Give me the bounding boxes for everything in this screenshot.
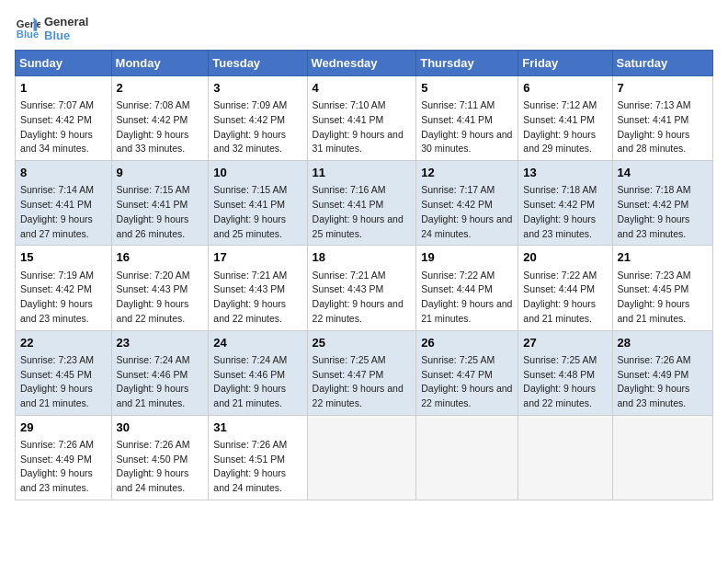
day-number: 27 xyxy=(523,335,607,351)
day-info: Sunrise: 7:24 AMSunset: 4:46 PMDaylight:… xyxy=(213,354,287,408)
calendar-cell: 28 Sunrise: 7:26 AMSunset: 4:49 PMDaylig… xyxy=(612,330,712,415)
calendar-cell: 14 Sunrise: 7:18 AMSunset: 4:42 PMDaylig… xyxy=(612,161,712,246)
calendar-cell: 19 Sunrise: 7:22 AMSunset: 4:44 PMDaylig… xyxy=(416,246,518,330)
day-header-saturday: Saturday xyxy=(612,51,712,76)
day-number: 24 xyxy=(213,335,301,351)
day-number: 9 xyxy=(117,165,204,181)
day-number: 4 xyxy=(313,80,412,97)
day-number: 10 xyxy=(213,165,301,181)
day-number: 6 xyxy=(523,80,607,97)
day-info: Sunrise: 7:22 AMSunset: 4:44 PMDaylight:… xyxy=(421,270,512,324)
calendar-cell: 8 Sunrise: 7:14 AMSunset: 4:41 PMDayligh… xyxy=(16,161,112,246)
calendar-cell: 11 Sunrise: 7:16 AMSunset: 4:41 PMDaylig… xyxy=(307,161,416,246)
day-number: 2 xyxy=(117,80,204,97)
calendar-cell xyxy=(307,415,416,500)
calendar-cell: 23 Sunrise: 7:24 AMSunset: 4:46 PMDaylig… xyxy=(111,330,209,415)
calendar-cell: 22 Sunrise: 7:23 AMSunset: 4:45 PMDaylig… xyxy=(16,330,112,415)
day-number: 11 xyxy=(313,165,412,181)
calendar-cell: 10 Sunrise: 7:15 AMSunset: 4:41 PMDaylig… xyxy=(209,161,307,246)
day-number: 26 xyxy=(421,335,513,351)
calendar-cell: 4 Sunrise: 7:10 AMSunset: 4:41 PMDayligh… xyxy=(307,76,416,161)
day-info: Sunrise: 7:25 AMSunset: 4:47 PMDaylight:… xyxy=(313,354,404,408)
calendar-cell: 18 Sunrise: 7:21 AMSunset: 4:43 PMDaylig… xyxy=(307,246,416,330)
day-number: 20 xyxy=(523,249,607,266)
logo: General Blue General Blue xyxy=(15,15,88,42)
day-number: 18 xyxy=(313,249,412,266)
day-info: Sunrise: 7:23 AMSunset: 4:45 PMDaylight:… xyxy=(618,270,691,324)
header: General Blue General Blue xyxy=(15,15,713,42)
day-header-row: SundayMondayTuesdayWednesdayThursdayFrid… xyxy=(16,51,713,76)
day-info: Sunrise: 7:20 AMSunset: 4:43 PMDaylight:… xyxy=(117,270,190,324)
calendar-week-row: 15 Sunrise: 7:19 AMSunset: 4:42 PMDaylig… xyxy=(16,246,713,330)
day-header-thursday: Thursday xyxy=(416,51,518,76)
day-info: Sunrise: 7:26 AMSunset: 4:50 PMDaylight:… xyxy=(117,439,190,493)
day-info: Sunrise: 7:21 AMSunset: 4:43 PMDaylight:… xyxy=(213,270,287,324)
day-number: 14 xyxy=(618,165,708,181)
day-info: Sunrise: 7:08 AMSunset: 4:42 PMDaylight:… xyxy=(117,99,190,154)
day-info: Sunrise: 7:25 AMSunset: 4:48 PMDaylight:… xyxy=(523,354,597,408)
day-info: Sunrise: 7:11 AMSunset: 4:41 PMDaylight:… xyxy=(421,99,512,154)
calendar-cell: 7 Sunrise: 7:13 AMSunset: 4:41 PMDayligh… xyxy=(612,76,712,161)
calendar-cell: 1 Sunrise: 7:07 AMSunset: 4:42 PMDayligh… xyxy=(16,76,112,161)
calendar-cell: 6 Sunrise: 7:12 AMSunset: 4:41 PMDayligh… xyxy=(518,76,612,161)
day-info: Sunrise: 7:21 AMSunset: 4:43 PMDaylight:… xyxy=(313,270,404,324)
day-info: Sunrise: 7:16 AMSunset: 4:41 PMDaylight:… xyxy=(313,184,404,238)
calendar-week-row: 1 Sunrise: 7:07 AMSunset: 4:42 PMDayligh… xyxy=(16,76,713,161)
day-number: 5 xyxy=(421,80,513,97)
calendar-cell: 2 Sunrise: 7:08 AMSunset: 4:42 PMDayligh… xyxy=(111,76,209,161)
day-header-monday: Monday xyxy=(111,51,209,76)
day-number: 29 xyxy=(20,419,107,436)
day-info: Sunrise: 7:26 AMSunset: 4:49 PMDaylight:… xyxy=(618,354,691,408)
calendar-cell xyxy=(416,415,518,500)
day-number: 15 xyxy=(20,249,107,266)
calendar-cell: 29 Sunrise: 7:26 AMSunset: 4:49 PMDaylig… xyxy=(16,415,112,500)
calendar-cell: 16 Sunrise: 7:20 AMSunset: 4:43 PMDaylig… xyxy=(111,246,209,330)
day-info: Sunrise: 7:23 AMSunset: 4:45 PMDaylight:… xyxy=(20,354,94,408)
day-number: 22 xyxy=(20,335,107,351)
calendar-cell: 13 Sunrise: 7:18 AMSunset: 4:42 PMDaylig… xyxy=(518,161,612,246)
day-number: 16 xyxy=(117,249,204,266)
day-info: Sunrise: 7:22 AMSunset: 4:44 PMDaylight:… xyxy=(523,270,597,324)
day-number: 13 xyxy=(523,165,607,181)
logo-line1: General xyxy=(44,15,88,29)
calendar-cell: 21 Sunrise: 7:23 AMSunset: 4:45 PMDaylig… xyxy=(612,246,712,330)
day-number: 1 xyxy=(20,80,107,97)
day-info: Sunrise: 7:07 AMSunset: 4:42 PMDaylight:… xyxy=(20,99,94,154)
day-header-wednesday: Wednesday xyxy=(307,51,416,76)
calendar-cell: 26 Sunrise: 7:25 AMSunset: 4:47 PMDaylig… xyxy=(416,330,518,415)
day-info: Sunrise: 7:25 AMSunset: 4:47 PMDaylight:… xyxy=(421,354,512,408)
calendar-cell: 15 Sunrise: 7:19 AMSunset: 4:42 PMDaylig… xyxy=(16,246,112,330)
calendar-cell xyxy=(518,415,612,500)
calendar-cell: 24 Sunrise: 7:24 AMSunset: 4:46 PMDaylig… xyxy=(209,330,307,415)
day-number: 25 xyxy=(313,335,412,351)
calendar-week-row: 29 Sunrise: 7:26 AMSunset: 4:49 PMDaylig… xyxy=(16,415,713,500)
logo-icon: General Blue xyxy=(15,16,40,41)
calendar-cell: 12 Sunrise: 7:17 AMSunset: 4:42 PMDaylig… xyxy=(416,161,518,246)
day-info: Sunrise: 7:15 AMSunset: 4:41 PMDaylight:… xyxy=(117,184,190,238)
day-info: Sunrise: 7:18 AMSunset: 4:42 PMDaylight:… xyxy=(523,184,597,238)
logo-line2: Blue xyxy=(44,29,88,42)
day-info: Sunrise: 7:19 AMSunset: 4:42 PMDaylight:… xyxy=(20,270,94,324)
day-number: 21 xyxy=(618,249,708,266)
day-info: Sunrise: 7:18 AMSunset: 4:42 PMDaylight:… xyxy=(618,184,691,238)
day-info: Sunrise: 7:12 AMSunset: 4:41 PMDaylight:… xyxy=(523,99,597,154)
day-info: Sunrise: 7:15 AMSunset: 4:41 PMDaylight:… xyxy=(213,184,287,238)
calendar-cell: 27 Sunrise: 7:25 AMSunset: 4:48 PMDaylig… xyxy=(518,330,612,415)
day-header-tuesday: Tuesday xyxy=(209,51,307,76)
day-header-sunday: Sunday xyxy=(16,51,112,76)
day-info: Sunrise: 7:24 AMSunset: 4:46 PMDaylight:… xyxy=(117,354,190,408)
day-number: 17 xyxy=(213,249,301,266)
calendar-cell: 25 Sunrise: 7:25 AMSunset: 4:47 PMDaylig… xyxy=(307,330,416,415)
calendar-cell: 3 Sunrise: 7:09 AMSunset: 4:42 PMDayligh… xyxy=(209,76,307,161)
day-info: Sunrise: 7:13 AMSunset: 4:41 PMDaylight:… xyxy=(618,99,691,154)
day-number: 23 xyxy=(117,335,204,351)
day-info: Sunrise: 7:14 AMSunset: 4:41 PMDaylight:… xyxy=(20,184,94,238)
calendar-week-row: 8 Sunrise: 7:14 AMSunset: 4:41 PMDayligh… xyxy=(16,161,713,246)
calendar-table: SundayMondayTuesdayWednesdayThursdayFrid… xyxy=(15,50,713,500)
calendar-cell: 20 Sunrise: 7:22 AMSunset: 4:44 PMDaylig… xyxy=(518,246,612,330)
calendar-week-row: 22 Sunrise: 7:23 AMSunset: 4:45 PMDaylig… xyxy=(16,330,713,415)
day-number: 8 xyxy=(20,165,107,181)
day-number: 28 xyxy=(618,335,708,351)
day-number: 31 xyxy=(213,419,301,436)
calendar-cell xyxy=(612,415,712,500)
